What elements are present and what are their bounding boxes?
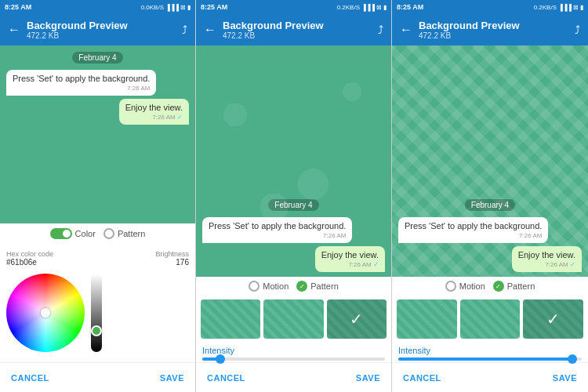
msg-received-time-1: 7:26 AM: [13, 85, 150, 92]
share-icon-1[interactable]: ⤴: [182, 24, 187, 36]
panel-1: 8:25 AM 0.0KB/S ▐▐▐ ⊠ ▮ ← Background Pre…: [0, 0, 196, 392]
date-label-3: February 4: [465, 199, 515, 211]
save-button-1[interactable]: SAVE: [160, 373, 184, 383]
motion-pattern-row-3: Motion ✓ Pattern: [392, 277, 588, 296]
pattern-check-2[interactable]: ✓: [296, 281, 307, 292]
pattern-toggle-1[interactable]: Pattern: [103, 228, 145, 239]
action-bar-3: CANCEL SAVE: [392, 362, 588, 392]
motion-label-3: Motion: [459, 281, 485, 291]
color-controls: [6, 270, 189, 356]
panel-2: 8:25 AM 0.2KB/S ▐▐▐ ⊠ ▮ ← Background Pre…: [196, 0, 392, 392]
signal-icon-3: ▐▐▐: [558, 4, 572, 11]
toggle-row-1: Color Pattern: [0, 223, 195, 244]
thumb-2-3[interactable]: [460, 299, 521, 339]
save-button-3[interactable]: SAVE: [553, 373, 577, 383]
cancel-button-1[interactable]: CANCEL: [11, 373, 49, 383]
checkmarks-3: ✓: [570, 261, 575, 268]
network-speed-2: 0.2KB/S: [337, 4, 360, 11]
motion-toggle-3[interactable]: Motion: [445, 281, 485, 292]
brightness-label-group: Brightness 176: [155, 250, 189, 267]
back-button-2[interactable]: ←: [204, 23, 216, 37]
wifi-icon-2: ⊠: [376, 4, 382, 11]
status-icons-1: 0.0KB/S ▐▐▐ ⊠ ▮: [141, 4, 191, 11]
intensity-label-2: Intensity: [202, 346, 385, 355]
color-wheel-cursor[interactable]: [41, 308, 50, 318]
brightness-value: 176: [155, 258, 189, 267]
page-title-1: Background Preview: [27, 20, 176, 31]
status-time-3: 8:25 AM: [397, 3, 423, 11]
top-bar-3: ← Background Preview 472.2 KB ⤴: [392, 14, 588, 45]
pattern-label-3: Pattern: [507, 281, 535, 291]
network-speed-1: 0.0KB/S: [141, 4, 164, 11]
chat-background-1: February 4 Press 'Set' to apply the back…: [0, 45, 195, 223]
motion-toggle-2[interactable]: Motion: [249, 281, 289, 292]
page-title-3: Background Preview: [419, 20, 568, 31]
brightness-slider[interactable]: [91, 274, 102, 352]
page-subtitle-2: 472.2 KB: [223, 31, 372, 40]
back-button-1[interactable]: ←: [8, 23, 20, 37]
status-icons-2: 0.2KB/S ▐▐▐ ⊠ ▮: [337, 4, 387, 11]
color-switch[interactable]: [50, 228, 72, 239]
motion-radio-2[interactable]: [249, 281, 260, 292]
status-time-2: 8:25 AM: [201, 3, 227, 11]
msg-received-3: Press 'Set' to apply the background. 7:2…: [398, 217, 548, 243]
msg-sent-time-1: 7:26 AM ✓: [125, 114, 183, 121]
cancel-button-2[interactable]: CANCEL: [207, 373, 245, 383]
status-time-1: 8:25 AM: [5, 3, 31, 11]
hex-label: Hex color code: [6, 250, 53, 258]
signal-icon-2: ▐▐▐: [361, 4, 375, 11]
back-button-3[interactable]: ←: [400, 23, 412, 37]
top-bar-2: ← Background Preview 472.2 KB ⤴: [196, 14, 391, 45]
pattern-thumbnails-2: [196, 296, 391, 343]
share-icon-2[interactable]: ⤴: [378, 24, 383, 36]
pattern-toggle-2[interactable]: ✓ Pattern: [296, 281, 338, 292]
intensity-slider-3[interactable]: [398, 358, 582, 361]
checkmarks-1: ✓: [177, 114, 183, 121]
color-toggle[interactable]: Color: [50, 228, 96, 239]
msg-received-time-2: 7:26 AM: [209, 232, 346, 239]
pattern-radio-1[interactable]: [103, 228, 114, 239]
motion-pattern-row-2: Motion ✓ Pattern: [196, 277, 391, 296]
intensity-fill-3: [398, 358, 572, 361]
cancel-button-3[interactable]: CANCEL: [403, 373, 441, 383]
status-icons-3: 0.2KB/S ▐▐▐ ⊠ ▮: [534, 4, 583, 11]
msg-received-1: Press 'Set' to apply the background. 7:2…: [6, 70, 156, 96]
page-title-2: Background Preview: [223, 20, 372, 31]
thumb-2-2[interactable]: [263, 299, 323, 339]
battery-icon-1: ▮: [187, 4, 191, 11]
motion-label-2: Motion: [263, 281, 289, 291]
date-label-1: February 4: [72, 52, 122, 64]
save-button-2[interactable]: SAVE: [356, 373, 380, 383]
share-icon-3[interactable]: ⤴: [575, 24, 580, 36]
intensity-section-2: Intensity: [196, 343, 391, 362]
action-bar-1: CANCEL SAVE: [0, 362, 195, 392]
brightness-thumb[interactable]: [91, 325, 102, 336]
pattern-background-2: February 4 Press 'Set' to apply the back…: [196, 45, 391, 277]
msg-sent-3: Enjoy the view. 7:26 AM ✓: [512, 246, 582, 272]
page-subtitle-3: 472.2 KB: [419, 31, 568, 40]
battery-icon-3: ▮: [580, 4, 583, 11]
motion-radio-3[interactable]: [445, 281, 456, 292]
pattern-toggle-3[interactable]: ✓ Pattern: [493, 281, 535, 292]
thumb-1-2[interactable]: [201, 299, 260, 339]
color-wheel-disc[interactable]: [6, 274, 85, 352]
pattern-label-1: Pattern: [118, 229, 145, 238]
color-label: Color: [75, 229, 96, 238]
status-bar-3: 8:25 AM 0.2KB/S ▐▐▐ ⊠ ▮: [392, 0, 588, 14]
msg-sent-1: Enjoy the view. 7:26 AM ✓: [119, 99, 189, 125]
chat-area-1: February 4 Press 'Set' to apply the back…: [0, 45, 195, 223]
thumb-3-3[interactable]: [523, 299, 583, 339]
hex-label-group: Hex color code #61b06e: [6, 250, 53, 267]
msg-sent-time-3: 7:26 AM ✓: [518, 261, 575, 268]
intensity-label-3: Intensity: [398, 346, 582, 355]
panel-3: 8:25 AM 0.2KB/S ▐▐▐ ⊠ ▮ ← Background Pre…: [392, 0, 588, 392]
wifi-icon-1: ⊠: [180, 4, 186, 11]
pattern-thumbnails-3: [392, 296, 588, 343]
intensity-slider-2[interactable]: [202, 358, 385, 361]
pattern-check-3[interactable]: ✓: [493, 281, 504, 292]
title-section-3: Background Preview 472.2 KB: [419, 20, 568, 40]
thumb-1-3[interactable]: [397, 299, 457, 339]
msg-received-time-3: 7:26 AM: [405, 232, 542, 239]
color-wheel[interactable]: [6, 274, 85, 352]
thumb-3-2[interactable]: [327, 299, 387, 339]
